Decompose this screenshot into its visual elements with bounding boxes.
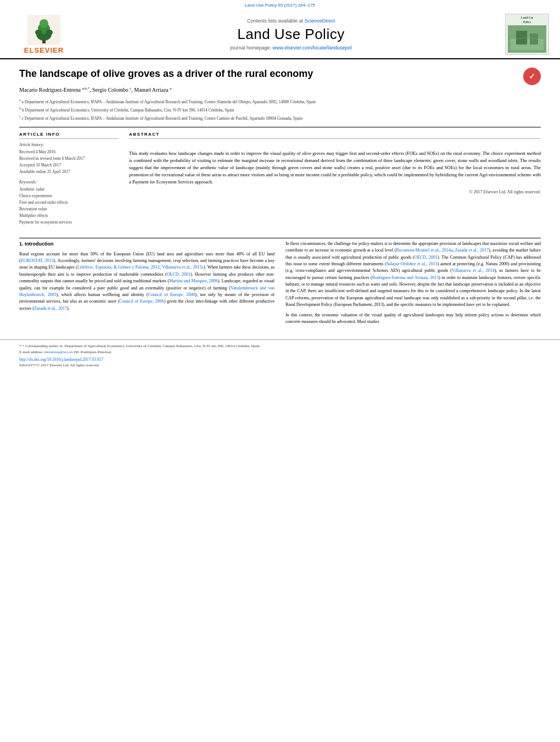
body-columns: 1. Introduction Rural regions account fo… <box>19 238 541 329</box>
date-accepted: Accepted 10 March 2017 <box>19 162 118 169</box>
history-label: Article history: <box>19 142 118 147</box>
keywords-section: Keywords: Aesthetic value Choice experim… <box>19 180 118 226</box>
ref-coe2000[interactable]: Council of Europe, 2000 <box>148 292 195 297</box>
email-label: E-mail address: <box>19 350 43 354</box>
article-title: The landscape of olive groves as a drive… <box>19 68 313 80</box>
footnote-content: * Corresponding author at: Department of… <box>22 344 260 348</box>
ref-villanueva2[interactable]: Villanueva et al., 2014 <box>452 268 495 273</box>
abstract-column: ABSTRACT This study evaluates how landsc… <box>129 132 541 230</box>
svg-point-5 <box>35 30 42 35</box>
body-col-right: In these circumstances, the challenge fo… <box>285 241 541 329</box>
title-row: The landscape of olive groves as a drive… <box>19 68 541 86</box>
history-section: Article history: Received 4 May 2016 Rec… <box>19 142 118 175</box>
email-line: E-mail address: mrentrena@uco.es (M. Rod… <box>19 349 541 355</box>
ref-martins[interactable]: Martins and Marques, 2006 <box>169 278 218 283</box>
abstract-copyright: © 2017 Elsevier Ltd. All rights reserved… <box>129 189 541 194</box>
body-para-right-1: In these circumstances, the challenge fo… <box>285 241 541 309</box>
info-abstract-section: ARTICLE INFO Article history: Received 4… <box>19 127 541 230</box>
journal-homepage: journal homepage: www.elsevier.com/locat… <box>88 45 494 51</box>
doi-header-line: Land Use Policy 65 (2017) 164–175 <box>0 0 560 9</box>
homepage-url[interactable]: www.elsevier.com/locate/landusepol <box>273 45 352 51</box>
article-info-label: ARTICLE INFO <box>19 132 118 139</box>
sciencedirect-link[interactable]: ScienceDirect <box>305 18 335 24</box>
author-sep-1: , Sergio Colombo <box>89 87 130 93</box>
ref-coe2006[interactable]: Council of Europe, 2006 <box>119 299 164 304</box>
cover-title: Land UsePolicy <box>521 16 533 24</box>
ref-zasada[interactable]: Zasada et al., 2017 <box>34 306 67 311</box>
journal-title: Land Use Policy <box>88 26 494 43</box>
affiliations-block: a a Department of Agricultural Economics… <box>19 98 541 121</box>
date-revised: Received in revised form 6 March 2017 <box>19 155 118 162</box>
keyword-6: Payment for ecosystem services <box>19 219 118 226</box>
affiliation-b: b b Department of Agricultural Economics… <box>19 106 541 113</box>
body-para-right-2: In this context, the economic valuation … <box>285 312 541 326</box>
ref-villanueva[interactable]: Villanueva et al., 2015c <box>162 265 204 270</box>
journal-cover-image: Land UsePolicy <box>505 14 549 55</box>
article-content: The landscape of olive groves as a drive… <box>0 59 560 334</box>
intro-heading: 1. Introduction <box>19 241 275 248</box>
ref-eurostat[interactable]: EUROSTAT, 2013 <box>21 258 54 263</box>
article-footer: * * Corresponding author at: Department … <box>0 339 560 367</box>
ref-zasada2[interactable]: Zasada et al., 2017 <box>455 248 489 253</box>
journal-header: ELSEVIER Contents lists available at Sci… <box>0 9 560 59</box>
cover-image-placeholder <box>508 25 546 53</box>
svg-point-6 <box>46 30 53 35</box>
elsevier-logo-area: ELSEVIER <box>11 15 77 54</box>
ref-oecd2[interactable]: OECD, 2001 <box>415 255 438 260</box>
journal-center: Contents lists available at ScienceDirec… <box>77 18 505 51</box>
doi-header-text: Land Use Policy 65 (2017) 164–175 <box>245 3 315 8</box>
keyword-4: Recreation value <box>19 206 118 213</box>
author-text: Macario Rodríguez-Entrena <box>19 87 82 93</box>
doi-footer[interactable]: http://dx.doi.org/10.1016/j.landusepol.2… <box>19 357 541 362</box>
svg-rect-10 <box>530 34 538 44</box>
ref-lefebvre[interactable]: Lefebvre, Espinosa, & Gómez y Paloma, 20… <box>77 265 160 270</box>
date-online: Available online 25 April 2017 <box>19 169 118 175</box>
crossmark-badge[interactable]: ✓ <box>523 68 541 85</box>
svg-point-4 <box>40 19 48 28</box>
doi-footer-text: http://dx.doi.org/10.1016/j.landusepol.2… <box>19 357 103 362</box>
ref-vanslembrouck[interactable]: Vanslembrouck and van Huylenbroeck, 2005 <box>19 286 275 297</box>
elsevier-logo: ELSEVIER <box>24 15 64 54</box>
author-sup-1: a,b,* <box>82 86 89 91</box>
ref-rodriguez[interactable]: Rodríguez-Entrena and Arriaza, 2013 <box>372 275 439 280</box>
sciencedirect-line: Contents lists available at ScienceDirec… <box>88 18 494 24</box>
author-sup-3: a <box>170 86 171 91</box>
keywords-list: Aesthetic value Choice experiments First… <box>19 186 118 226</box>
article-info-column: ARTICLE INFO Article history: Received 4… <box>19 132 118 230</box>
ref-rocamora[interactable]: Rocamora-Montiel et al., 2014a <box>396 248 452 253</box>
footnote-text: * * Corresponding author at: Department … <box>19 343 541 349</box>
ref-oecd1[interactable]: OECD, 2001 <box>167 272 191 277</box>
elsevier-text: ELSEVIER <box>24 46 64 54</box>
keyword-2: Choice experiments <box>19 193 118 199</box>
ref-salazar[interactable]: Salazar-Ordóñez et al., 2013 <box>387 261 438 266</box>
email-suffix: (M. Rodríguez-Entrena). <box>74 350 112 354</box>
authors-line: Macario Rodríguez-Entrena a,b,*, Sergio … <box>19 86 541 94</box>
date-received: Received 4 May 2016 <box>19 149 118 155</box>
affiliation-c: c c Department of Agricultural Economics… <box>19 114 541 121</box>
keyword-5: Multiplier effects <box>19 213 118 219</box>
intro-para-1: Rural regions account for more than 50% … <box>19 251 275 313</box>
contents-text: Contents lists available at <box>247 18 303 24</box>
abstract-label: ABSTRACT <box>129 132 541 139</box>
keywords-label: Keywords: <box>19 180 118 185</box>
email-link[interactable]: mrentrena@uco.es <box>44 350 74 354</box>
copyright-footer: 0264-8377/© 2017 Elsevier Ltd. All right… <box>19 363 541 367</box>
elsevier-tree-icon <box>27 15 60 45</box>
homepage-label: journal homepage: <box>230 45 271 51</box>
page: Land Use Policy 65 (2017) 164–175 ELSEVI… <box>0 0 560 742</box>
body-col-left: 1. Introduction Rural regions account fo… <box>19 241 275 329</box>
abstract-text: This study evaluates how landscape chang… <box>129 150 541 186</box>
keyword-3: First and second order effects <box>19 199 118 206</box>
keyword-1: Aesthetic value <box>19 186 118 193</box>
author-sep-2: , Manuel Arriaza <box>131 87 170 93</box>
affiliation-a: a a Department of Agricultural Economics… <box>19 98 541 105</box>
